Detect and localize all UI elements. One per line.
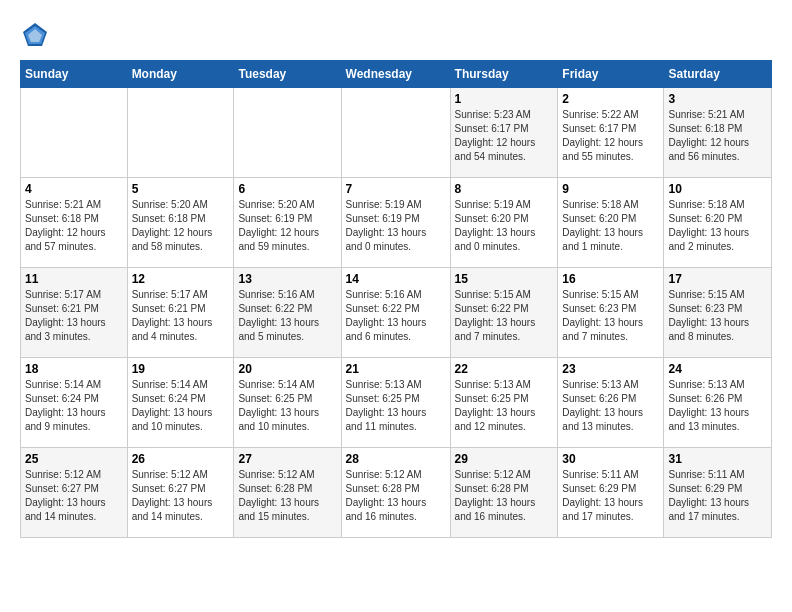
cell-info: Sunrise: 5:15 AM Sunset: 6:22 PM Dayligh… <box>455 288 554 344</box>
weekday-header-wednesday: Wednesday <box>341 61 450 88</box>
calendar-cell: 10Sunrise: 5:18 AM Sunset: 6:20 PM Dayli… <box>664 178 772 268</box>
weekday-header-sunday: Sunday <box>21 61 128 88</box>
day-number: 20 <box>238 362 336 376</box>
calendar-cell: 11Sunrise: 5:17 AM Sunset: 6:21 PM Dayli… <box>21 268 128 358</box>
day-number: 11 <box>25 272 123 286</box>
cell-info: Sunrise: 5:19 AM Sunset: 6:20 PM Dayligh… <box>455 198 554 254</box>
day-number: 13 <box>238 272 336 286</box>
cell-info: Sunrise: 5:21 AM Sunset: 6:18 PM Dayligh… <box>25 198 123 254</box>
calendar-cell: 1Sunrise: 5:23 AM Sunset: 6:17 PM Daylig… <box>450 88 558 178</box>
calendar-cell: 4Sunrise: 5:21 AM Sunset: 6:18 PM Daylig… <box>21 178 128 268</box>
calendar-cell: 3Sunrise: 5:21 AM Sunset: 6:18 PM Daylig… <box>664 88 772 178</box>
cell-info: Sunrise: 5:21 AM Sunset: 6:18 PM Dayligh… <box>668 108 767 164</box>
cell-info: Sunrise: 5:20 AM Sunset: 6:19 PM Dayligh… <box>238 198 336 254</box>
calendar-cell: 19Sunrise: 5:14 AM Sunset: 6:24 PM Dayli… <box>127 358 234 448</box>
calendar-cell: 9Sunrise: 5:18 AM Sunset: 6:20 PM Daylig… <box>558 178 664 268</box>
weekday-header-saturday: Saturday <box>664 61 772 88</box>
weekday-header-tuesday: Tuesday <box>234 61 341 88</box>
calendar-cell: 27Sunrise: 5:12 AM Sunset: 6:28 PM Dayli… <box>234 448 341 538</box>
cell-info: Sunrise: 5:14 AM Sunset: 6:25 PM Dayligh… <box>238 378 336 434</box>
cell-info: Sunrise: 5:18 AM Sunset: 6:20 PM Dayligh… <box>562 198 659 254</box>
day-number: 30 <box>562 452 659 466</box>
cell-info: Sunrise: 5:19 AM Sunset: 6:19 PM Dayligh… <box>346 198 446 254</box>
cell-info: Sunrise: 5:20 AM Sunset: 6:18 PM Dayligh… <box>132 198 230 254</box>
day-number: 19 <box>132 362 230 376</box>
calendar-cell: 16Sunrise: 5:15 AM Sunset: 6:23 PM Dayli… <box>558 268 664 358</box>
cell-info: Sunrise: 5:16 AM Sunset: 6:22 PM Dayligh… <box>238 288 336 344</box>
cell-info: Sunrise: 5:23 AM Sunset: 6:17 PM Dayligh… <box>455 108 554 164</box>
day-number: 7 <box>346 182 446 196</box>
day-number: 9 <box>562 182 659 196</box>
cell-info: Sunrise: 5:13 AM Sunset: 6:25 PM Dayligh… <box>455 378 554 434</box>
calendar-cell: 5Sunrise: 5:20 AM Sunset: 6:18 PM Daylig… <box>127 178 234 268</box>
logo-icon <box>20 20 50 50</box>
day-number: 22 <box>455 362 554 376</box>
calendar-cell <box>127 88 234 178</box>
calendar-week-3: 11Sunrise: 5:17 AM Sunset: 6:21 PM Dayli… <box>21 268 772 358</box>
day-number: 25 <box>25 452 123 466</box>
cell-info: Sunrise: 5:12 AM Sunset: 6:28 PM Dayligh… <box>238 468 336 524</box>
page-header <box>20 20 772 50</box>
calendar-cell: 8Sunrise: 5:19 AM Sunset: 6:20 PM Daylig… <box>450 178 558 268</box>
calendar-cell <box>341 88 450 178</box>
cell-info: Sunrise: 5:15 AM Sunset: 6:23 PM Dayligh… <box>562 288 659 344</box>
calendar-cell: 14Sunrise: 5:16 AM Sunset: 6:22 PM Dayli… <box>341 268 450 358</box>
calendar-cell: 12Sunrise: 5:17 AM Sunset: 6:21 PM Dayli… <box>127 268 234 358</box>
day-number: 31 <box>668 452 767 466</box>
calendar-cell: 31Sunrise: 5:11 AM Sunset: 6:29 PM Dayli… <box>664 448 772 538</box>
calendar-cell: 23Sunrise: 5:13 AM Sunset: 6:26 PM Dayli… <box>558 358 664 448</box>
calendar-cell: 2Sunrise: 5:22 AM Sunset: 6:17 PM Daylig… <box>558 88 664 178</box>
day-number: 21 <box>346 362 446 376</box>
day-number: 12 <box>132 272 230 286</box>
calendar-cell: 15Sunrise: 5:15 AM Sunset: 6:22 PM Dayli… <box>450 268 558 358</box>
day-number: 16 <box>562 272 659 286</box>
calendar-week-1: 1Sunrise: 5:23 AM Sunset: 6:17 PM Daylig… <box>21 88 772 178</box>
calendar-cell: 7Sunrise: 5:19 AM Sunset: 6:19 PM Daylig… <box>341 178 450 268</box>
calendar-cell: 20Sunrise: 5:14 AM Sunset: 6:25 PM Dayli… <box>234 358 341 448</box>
day-number: 1 <box>455 92 554 106</box>
cell-info: Sunrise: 5:13 AM Sunset: 6:25 PM Dayligh… <box>346 378 446 434</box>
day-number: 5 <box>132 182 230 196</box>
calendar-cell: 18Sunrise: 5:14 AM Sunset: 6:24 PM Dayli… <box>21 358 128 448</box>
cell-info: Sunrise: 5:12 AM Sunset: 6:28 PM Dayligh… <box>346 468 446 524</box>
calendar-cell: 13Sunrise: 5:16 AM Sunset: 6:22 PM Dayli… <box>234 268 341 358</box>
cell-info: Sunrise: 5:15 AM Sunset: 6:23 PM Dayligh… <box>668 288 767 344</box>
cell-info: Sunrise: 5:12 AM Sunset: 6:28 PM Dayligh… <box>455 468 554 524</box>
day-number: 23 <box>562 362 659 376</box>
day-number: 27 <box>238 452 336 466</box>
calendar-cell: 26Sunrise: 5:12 AM Sunset: 6:27 PM Dayli… <box>127 448 234 538</box>
day-number: 2 <box>562 92 659 106</box>
day-number: 24 <box>668 362 767 376</box>
calendar-cell: 30Sunrise: 5:11 AM Sunset: 6:29 PM Dayli… <box>558 448 664 538</box>
day-number: 29 <box>455 452 554 466</box>
calendar-cell <box>234 88 341 178</box>
cell-info: Sunrise: 5:16 AM Sunset: 6:22 PM Dayligh… <box>346 288 446 344</box>
day-number: 10 <box>668 182 767 196</box>
day-number: 18 <box>25 362 123 376</box>
cell-info: Sunrise: 5:22 AM Sunset: 6:17 PM Dayligh… <box>562 108 659 164</box>
cell-info: Sunrise: 5:18 AM Sunset: 6:20 PM Dayligh… <box>668 198 767 254</box>
calendar-cell: 28Sunrise: 5:12 AM Sunset: 6:28 PM Dayli… <box>341 448 450 538</box>
calendar-cell: 6Sunrise: 5:20 AM Sunset: 6:19 PM Daylig… <box>234 178 341 268</box>
weekday-header-row: SundayMondayTuesdayWednesdayThursdayFrid… <box>21 61 772 88</box>
calendar-cell <box>21 88 128 178</box>
day-number: 3 <box>668 92 767 106</box>
day-number: 6 <box>238 182 336 196</box>
calendar-week-4: 18Sunrise: 5:14 AM Sunset: 6:24 PM Dayli… <box>21 358 772 448</box>
calendar-cell: 22Sunrise: 5:13 AM Sunset: 6:25 PM Dayli… <box>450 358 558 448</box>
cell-info: Sunrise: 5:14 AM Sunset: 6:24 PM Dayligh… <box>25 378 123 434</box>
weekday-header-monday: Monday <box>127 61 234 88</box>
calendar-cell: 21Sunrise: 5:13 AM Sunset: 6:25 PM Dayli… <box>341 358 450 448</box>
cell-info: Sunrise: 5:12 AM Sunset: 6:27 PM Dayligh… <box>132 468 230 524</box>
logo <box>20 20 54 50</box>
day-number: 8 <box>455 182 554 196</box>
cell-info: Sunrise: 5:11 AM Sunset: 6:29 PM Dayligh… <box>562 468 659 524</box>
cell-info: Sunrise: 5:13 AM Sunset: 6:26 PM Dayligh… <box>668 378 767 434</box>
cell-info: Sunrise: 5:17 AM Sunset: 6:21 PM Dayligh… <box>132 288 230 344</box>
day-number: 26 <box>132 452 230 466</box>
calendar-cell: 24Sunrise: 5:13 AM Sunset: 6:26 PM Dayli… <box>664 358 772 448</box>
day-number: 14 <box>346 272 446 286</box>
calendar-cell: 29Sunrise: 5:12 AM Sunset: 6:28 PM Dayli… <box>450 448 558 538</box>
calendar-week-2: 4Sunrise: 5:21 AM Sunset: 6:18 PM Daylig… <box>21 178 772 268</box>
weekday-header-friday: Friday <box>558 61 664 88</box>
